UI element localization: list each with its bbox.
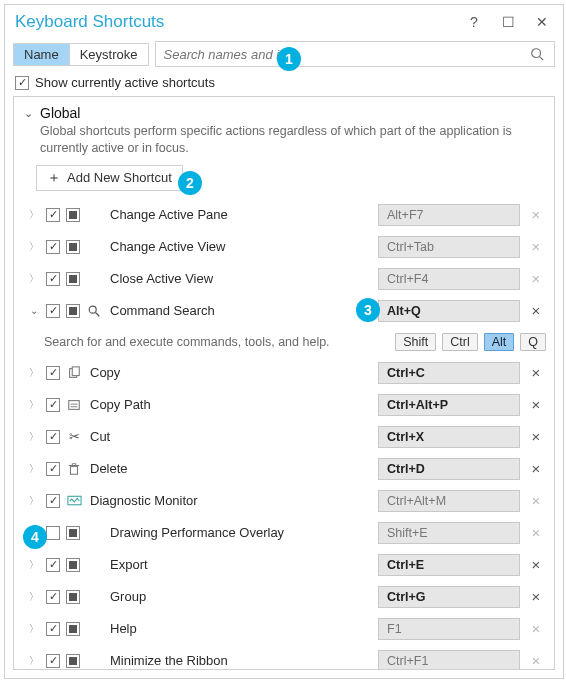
clear-shortcut-icon[interactable]: × [526,206,546,223]
shortcut-input[interactable]: Ctrl+E [378,554,520,576]
key-shift[interactable]: Shift [395,333,436,351]
group-description: Global shortcuts perform specific action… [14,121,554,165]
clear-shortcut-icon[interactable]: × [526,492,546,509]
row-checkbox[interactable] [46,304,60,318]
expand-icon[interactable]: 〉 [28,430,40,444]
svg-rect-6 [69,400,80,409]
help-button[interactable]: ? [457,11,491,33]
row-label: Minimize the Ribbon [108,653,372,668]
expand-icon[interactable]: 〉 [28,622,40,636]
key-alt[interactable]: Alt [484,333,515,351]
expand-icon[interactable]: 〉 [28,366,40,380]
shortcut-row-help: 〉 Help F1 × [14,613,554,645]
clear-shortcut-icon[interactable]: × [526,652,546,669]
shortcuts-panel[interactable]: ⌄ Global Global shortcuts perform specif… [13,96,555,670]
row-secondary-checkbox[interactable] [66,208,80,222]
row-secondary-checkbox[interactable] [66,654,80,668]
key-ctrl[interactable]: Ctrl [442,333,477,351]
search-input[interactable] [156,45,531,64]
group-header[interactable]: ⌄ Global [14,97,554,121]
expand-icon[interactable]: 〉 [28,494,40,508]
search-field[interactable] [155,41,556,67]
shortcut-input[interactable]: Ctrl+X [378,426,520,448]
row-checkbox[interactable] [46,590,60,604]
row-secondary-checkbox[interactable] [66,304,80,318]
row-checkbox[interactable] [46,654,60,668]
titlebar: Keyboard Shortcuts ? ☐ ✕ [5,5,563,37]
shortcut-input[interactable]: Alt+Q [378,300,520,322]
maximize-button[interactable]: ☐ [491,11,525,33]
row-secondary-checkbox[interactable] [66,272,80,286]
expand-icon[interactable]: 〉 [28,558,40,572]
shortcut-input[interactable]: Ctrl+Tab [378,236,520,258]
clear-shortcut-icon[interactable]: × [526,556,546,573]
row-checkbox[interactable] [46,272,60,286]
row-secondary-checkbox[interactable] [66,590,80,604]
shortcut-input[interactable]: F1 [378,618,520,640]
expand-icon[interactable]: 〉 [28,462,40,476]
clear-shortcut-icon[interactable]: × [526,396,546,413]
clear-shortcut-icon[interactable]: × [526,238,546,255]
clear-shortcut-icon[interactable]: × [526,302,546,319]
row-checkbox[interactable] [46,208,60,222]
shortcut-row-command-search: ⌄ Command Search Alt+Q × [14,295,554,327]
row-secondary-checkbox[interactable] [66,526,80,540]
group-title: Global [40,105,80,121]
clear-shortcut-icon[interactable]: × [526,428,546,445]
shortcut-input[interactable]: Ctrl+D [378,458,520,480]
row-secondary-checkbox[interactable] [66,240,80,254]
trash-icon [66,461,82,477]
collapse-icon[interactable]: ⌄ [28,305,40,316]
add-new-shortcut-button[interactable]: ＋ Add New Shortcut [36,165,183,191]
row-checkbox[interactable] [46,558,60,572]
row-label: Change Active View [108,239,372,254]
show-active-row[interactable]: Show currently active shortcuts [5,73,563,96]
row-checkbox[interactable] [46,366,60,380]
row-secondary-checkbox[interactable] [66,622,80,636]
shortcut-input[interactable]: Alt+F7 [378,204,520,226]
expand-icon[interactable]: 〉 [28,398,40,412]
shortcut-row-close-active-view: 〉 Close Active View Ctrl+F4 × [14,263,554,295]
svg-line-3 [96,313,100,317]
clear-shortcut-icon[interactable]: × [526,620,546,637]
shortcut-input[interactable]: Ctrl+G [378,586,520,608]
row-checkbox[interactable] [46,526,60,540]
clear-shortcut-icon[interactable]: × [526,364,546,381]
row-checkbox[interactable] [46,398,60,412]
row-checkbox[interactable] [46,494,60,508]
search-icon[interactable] [530,47,554,61]
row-label: Command Search [108,303,372,318]
key-q[interactable]: Q [520,333,546,351]
show-active-checkbox[interactable] [15,76,29,90]
clear-shortcut-icon[interactable]: × [526,524,546,541]
expand-icon[interactable]: 〉 [28,654,40,668]
expand-icon[interactable]: 〉 [28,526,40,540]
clear-shortcut-icon[interactable]: × [526,588,546,605]
shortcut-input[interactable]: Ctrl+Alt+P [378,394,520,416]
shortcut-input[interactable]: Shift+E [378,522,520,544]
shortcut-row-drawing-performance-overlay: 〉 Drawing Performance Overlay Shift+E × [14,517,554,549]
expand-icon[interactable]: 〉 [28,590,40,604]
row-checkbox[interactable] [46,622,60,636]
close-button[interactable]: ✕ [525,11,559,33]
row-label: Close Active View [108,271,372,286]
clear-shortcut-icon[interactable]: × [526,270,546,287]
tab-keystroke[interactable]: Keystroke [69,44,148,65]
shortcut-row-copy-path: 〉 Copy Path Ctrl+Alt+P × [14,389,554,421]
row-checkbox[interactable] [46,462,60,476]
row-secondary-checkbox[interactable] [66,558,80,572]
expand-icon[interactable]: 〉 [28,272,40,286]
shortcut-input[interactable]: Ctrl+F1 [378,650,520,670]
expand-icon[interactable]: 〉 [28,208,40,222]
collapse-icon[interactable]: ⌄ [22,107,34,120]
row-checkbox[interactable] [46,430,60,444]
shortcut-row-change-active-view: 〉 Change Active View Ctrl+Tab × [14,231,554,263]
shortcut-input[interactable]: Ctrl+F4 [378,268,520,290]
shortcut-input[interactable]: Ctrl+C [378,362,520,384]
row-checkbox[interactable] [46,240,60,254]
tab-name[interactable]: Name [14,44,69,65]
expand-icon[interactable]: 〉 [28,240,40,254]
shortcut-input[interactable]: Ctrl+Alt+M [378,490,520,512]
clear-shortcut-icon[interactable]: × [526,460,546,477]
toolbar: Name Keystroke [5,37,563,73]
